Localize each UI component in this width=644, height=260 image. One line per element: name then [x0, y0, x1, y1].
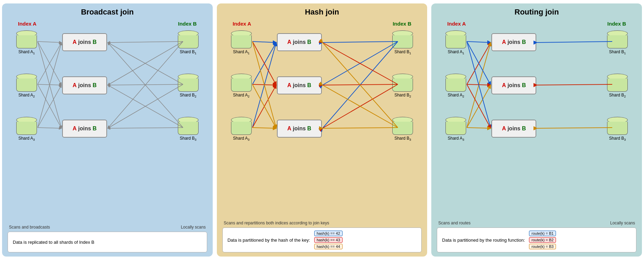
- hash-tags-container: hash(k) == 42 hash(k) == 43 hash(k) == 4…: [314, 231, 343, 249]
- routing-panel: Routing join Index A Index B Shard A1 Sh…: [431, 3, 642, 257]
- svg-line-7: [38, 85, 61, 128]
- svg-line-44: [467, 128, 491, 128]
- svg-line-45: [537, 41, 612, 43]
- svg-line-13: [108, 84, 183, 85]
- svg-line-17: [108, 128, 183, 128]
- svg-line-18: [252, 41, 276, 43]
- svg-line-8: [38, 128, 61, 128]
- routing-info-text: Data is partitioned by the routing funct…: [442, 238, 525, 243]
- svg-line-15: [108, 43, 183, 128]
- svg-line-5: [38, 84, 61, 128]
- routing-shard-a1: Shard A1: [445, 30, 466, 55]
- svg-line-36: [467, 41, 491, 43]
- hash-diagram: Index A Index B Shard A1 Shard A2 Shard …: [222, 20, 422, 219]
- svg-line-37: [467, 43, 491, 84]
- svg-line-31: [323, 84, 398, 85]
- svg-line-33: [323, 43, 398, 128]
- broadcast-index-a-label: Index A: [18, 21, 37, 27]
- svg-line-14: [108, 84, 183, 128]
- broadcast-shard-a3: Shard A3: [16, 117, 37, 141]
- svg-line-28: [323, 41, 398, 85]
- hash-tag-2: hash(k) == 43: [314, 237, 343, 243]
- routing-info-box: Data is partitioned by the routing funct…: [437, 228, 636, 252]
- hash-index-a-label: Index A: [233, 21, 251, 27]
- svg-line-1: [38, 41, 61, 85]
- broadcast-bottom-right: Locally scans: [181, 225, 206, 230]
- svg-line-35: [323, 128, 398, 128]
- svg-line-26: [252, 128, 276, 128]
- svg-line-23: [252, 85, 276, 128]
- svg-line-10: [108, 41, 183, 85]
- hash-shard-a1: Shard A1: [231, 30, 252, 55]
- hash-panel: Hash join Index A Index B Shard A1 Shard…: [217, 3, 427, 257]
- hash-info-box: Data is partitioned by the hash of the k…: [222, 228, 422, 252]
- routing-bottom-left: Scans and routes: [438, 221, 470, 225]
- broadcast-shard-b1: Shard B1: [178, 30, 199, 55]
- broadcast-join-1: A joins B: [62, 33, 107, 51]
- broadcast-shard-a2: Shard A2: [16, 74, 37, 98]
- routing-shard-b2: Shard B2: [607, 74, 628, 98]
- routing-join-3: A joins B: [491, 120, 536, 138]
- svg-line-12: [108, 43, 183, 84]
- hash-shard-b1: Shard B1: [392, 30, 413, 55]
- routing-shard-b3: Shard B3: [607, 117, 628, 141]
- routing-index-a-label: Index A: [447, 21, 466, 27]
- routing-join-1: A joins B: [491, 33, 536, 51]
- routing-join-2: A joins B: [491, 76, 536, 94]
- hash-shard-a2: Shard A2: [231, 74, 252, 98]
- hash-join-1: A joins B: [277, 33, 322, 51]
- hash-tag-1: hash(k) == 42: [314, 231, 343, 236]
- svg-line-40: [467, 84, 491, 85]
- hash-shard-a3: Shard A3: [231, 117, 252, 141]
- svg-line-32: [323, 84, 398, 128]
- hash-title: Hash join: [222, 8, 422, 17]
- broadcast-title: Broadcast join: [8, 8, 207, 17]
- routing-title: Routing join: [437, 8, 636, 17]
- routing-arrows: [437, 20, 636, 219]
- svg-line-29: [323, 41, 398, 128]
- route-tag-3: route(k) = B3: [529, 244, 556, 249]
- svg-line-34: [323, 85, 398, 128]
- broadcast-join-2: A joins B: [62, 76, 107, 94]
- svg-line-25: [252, 84, 276, 128]
- svg-line-19: [252, 43, 276, 84]
- route-tag-2: route(k) = B2: [529, 237, 556, 243]
- svg-line-22: [252, 84, 276, 85]
- broadcast-shard-b2: Shard B2: [178, 74, 199, 98]
- hash-arrows: [222, 20, 422, 219]
- routing-shard-a3: Shard A3: [445, 117, 466, 141]
- svg-line-16: [108, 85, 183, 128]
- routing-diagram: Index A Index B Shard A1 Shard A2 Shard …: [437, 20, 636, 219]
- routing-shard-b1: Shard B1: [607, 30, 628, 55]
- hash-tag-3: hash(k) == 44: [314, 244, 343, 249]
- hash-bottom-note: Scans and repartitions both indices acco…: [224, 221, 329, 225]
- broadcast-index-b-label: Index B: [178, 21, 196, 27]
- hash-join-3: A joins B: [277, 120, 322, 138]
- svg-line-42: [467, 41, 491, 128]
- broadcast-panel: Broadcast join Index A Index B Shard A1 …: [2, 3, 213, 257]
- routing-bottom-right: Locally scans: [610, 221, 635, 225]
- svg-line-11: [108, 41, 183, 128]
- svg-line-47: [537, 128, 612, 128]
- hash-shard-b2: Shard B2: [392, 74, 413, 98]
- svg-line-3: [38, 43, 61, 84]
- route-tag-1: route(k) = B1: [529, 231, 556, 236]
- svg-line-9: [108, 41, 183, 43]
- routing-bottom-notes: Scans and routes Locally scans: [437, 221, 636, 225]
- broadcast-arrows: [8, 20, 207, 223]
- routing-index-b-label: Index B: [607, 21, 626, 27]
- svg-line-30: [323, 43, 398, 84]
- svg-line-46: [537, 84, 612, 85]
- hash-join-2: A joins B: [277, 76, 322, 94]
- broadcast-bottom-notes: Scans and broadcasts Locally scans: [8, 225, 207, 230]
- svg-line-21: [252, 41, 276, 85]
- broadcast-shard-b3: Shard B3: [178, 117, 199, 141]
- svg-line-39: [467, 41, 491, 85]
- broadcast-diagram: Index A Index B Shard A1 Shard A2 Shard …: [8, 20, 207, 223]
- svg-line-6: [38, 43, 61, 128]
- broadcast-shard-a1: Shard A1: [16, 30, 37, 55]
- svg-line-0: [38, 41, 61, 43]
- broadcast-join-3: A joins B: [62, 120, 107, 138]
- routing-shard-a2: Shard A2: [445, 74, 466, 98]
- svg-line-38: [467, 43, 491, 128]
